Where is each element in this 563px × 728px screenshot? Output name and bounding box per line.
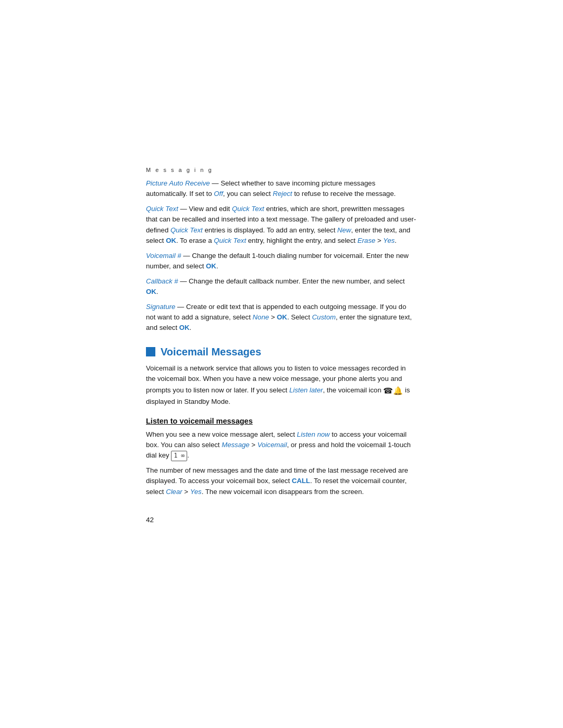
listen-now-link[interactable]: Listen now (297, 430, 330, 438)
voicemail-hash-para: Voicemail # — Change the default 1-touch… (146, 251, 417, 272)
signature-para: Signature — Create or edit text that is … (146, 302, 417, 334)
quick-text-text3: entries is displayed. To add an entry, s… (203, 226, 337, 234)
listen-para1: When you see a new voice message alert, … (146, 429, 417, 461)
heading-square-icon (146, 347, 155, 356)
signature-text2: . Select (287, 313, 312, 321)
off-text: Off (214, 190, 223, 198)
listen-para1-close: . (187, 451, 189, 459)
quick-text-inline1[interactable]: Quick Text (232, 205, 264, 213)
listen-para2: The number of new messages and the date … (146, 465, 417, 497)
callback-hash-para: Callback # — Change the default callback… (146, 276, 417, 298)
listen-para1-text1: When you see a new voice message alert, … (146, 430, 297, 438)
voicemail-hash-period: . (216, 262, 218, 270)
voicemail-intro-text2: , the voicemail icon (323, 386, 383, 394)
quick-text-yes[interactable]: Yes (383, 237, 395, 244)
section-label: M e s s a g i n g (146, 167, 417, 173)
picture-auto-receive-para: Picture Auto Receive — Select whether to… (146, 178, 417, 200)
page-container: M e s s a g i n g Picture Auto Receive —… (0, 0, 563, 728)
quick-text-new[interactable]: New (337, 226, 351, 234)
signature-custom[interactable]: Custom (312, 313, 336, 321)
callback-hash-period: . (156, 288, 158, 295)
quick-text-link[interactable]: Quick Text (146, 205, 178, 213)
quick-text-arrow: > (375, 237, 383, 244)
voicemail-hash-link[interactable]: Voicemail # (146, 252, 181, 260)
message-link[interactable]: Message (222, 441, 250, 449)
callback-hash-ok: OK (146, 288, 156, 295)
signature-ok1: OK (277, 313, 287, 321)
voicemail-icon: ☎🔔 (383, 385, 403, 397)
key-box-1: 1 ∞ (171, 451, 187, 461)
listen-subheading: Listen to voicemail messages (146, 417, 417, 425)
quick-text-text5: . To erase a (176, 237, 214, 244)
quick-text-erase[interactable]: Erase (358, 237, 375, 244)
reject-text[interactable]: Reject (273, 190, 292, 198)
listen-para2-end: . The new voicemail icon disappears from… (202, 488, 364, 496)
clear-link[interactable]: Clear (166, 488, 182, 496)
signature-link[interactable]: Signature (146, 303, 175, 311)
voicemail-hash-ok: OK (206, 262, 216, 270)
quick-text-text1: — View and edit (178, 205, 232, 213)
picture-auto-receive-link[interactable]: Picture Auto Receive (146, 179, 210, 187)
quick-text-inline2[interactable]: Quick Text (170, 226, 203, 234)
picture-auto-receive-text2: , you can select (223, 190, 273, 198)
signature-period: . (190, 324, 192, 331)
quick-text-inline3[interactable]: Quick Text (214, 237, 246, 244)
listen-arrow2: > (182, 488, 190, 496)
signature-ok2: OK (179, 324, 190, 331)
quick-text-text6: entry, highlight the entry, and select (246, 237, 358, 244)
page-number: 42 (146, 516, 417, 524)
quick-text-para: Quick Text — View and edit Quick Text en… (146, 204, 417, 246)
voicemail-link[interactable]: Voicemail (258, 441, 287, 449)
signature-arrow: > (269, 313, 277, 321)
call-text: CALL (292, 477, 310, 485)
picture-auto-receive-text3: to refuse to receive the message. (292, 190, 396, 198)
quick-text-ok1: OK (166, 237, 176, 244)
voicemail-intro-para: Voicemail is a network service that allo… (146, 363, 417, 408)
callback-hash-text: — Change the default callback number. En… (178, 277, 405, 285)
signature-none[interactable]: None (253, 313, 270, 321)
callback-hash-link[interactable]: Callback # (146, 277, 178, 285)
voicemail-heading-title: Voicemail Messages (161, 346, 261, 358)
yes-link[interactable]: Yes (190, 488, 202, 496)
listen-later-link[interactable]: Listen later (289, 386, 323, 394)
voicemail-section-heading: Voicemail Messages (146, 346, 417, 358)
quick-text-period: . (395, 237, 397, 244)
listen-arrow: > (250, 441, 258, 449)
voicemail-hash-text: — Change the default 1-touch dialing num… (146, 252, 409, 270)
